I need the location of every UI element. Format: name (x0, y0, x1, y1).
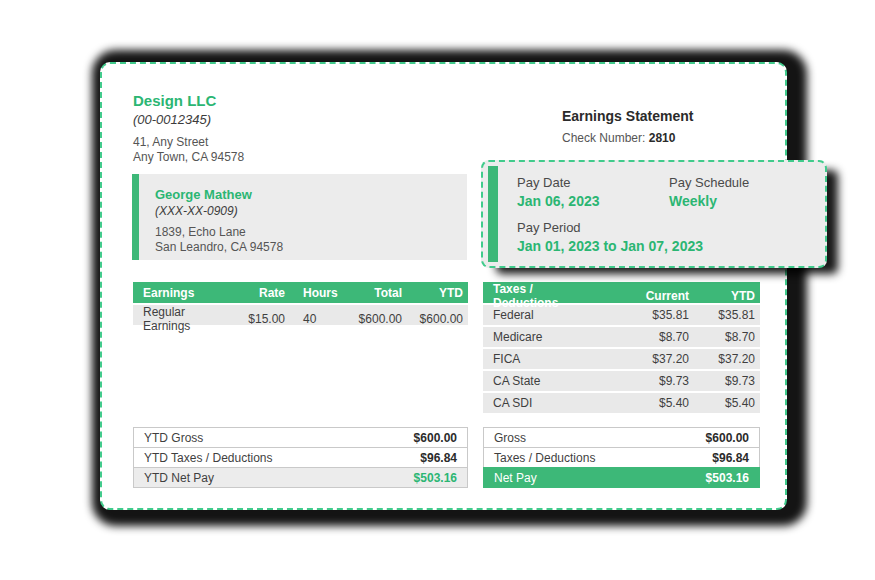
deduction-ytd: $8.70 (694, 330, 760, 344)
summary-label: Gross (494, 431, 526, 445)
ytd-net-pay-row: YTD Net Pay $503.16 (133, 467, 468, 488)
summary-value: $600.00 (706, 431, 749, 445)
deduction-current: $9.73 (594, 374, 694, 388)
earnings-table: Earnings Rate Hours Total YTD Regular Ea… (133, 282, 468, 325)
table-row: Regular Earnings $15.00 40 $600.00 $600.… (133, 305, 468, 325)
deduction-current: $8.70 (594, 330, 694, 344)
deduction-name: CA SDI (483, 396, 594, 410)
summary-value: $503.16 (706, 471, 749, 485)
deduction-ytd: $5.40 (694, 396, 760, 410)
deductions-table-header: Taxes / Deductions Current YTD (483, 282, 760, 303)
deduction-current: $35.81 (594, 308, 694, 322)
pay-period-label: Pay Period (517, 220, 703, 235)
statement-block: Earnings Statement Check Number: 2810 (562, 108, 693, 145)
earnings-header-total: Total (345, 286, 407, 300)
summary-label: YTD Taxes / Deductions (144, 451, 273, 465)
earnings-row-hours: 40 (290, 312, 345, 326)
current-summary-table: Gross $600.00 Taxes / Deductions $96.84 … (483, 427, 760, 488)
summary-label: Net Pay (494, 471, 537, 485)
deductions-header-current: Current (594, 289, 694, 303)
net-pay-row: Net Pay $503.16 (483, 467, 760, 488)
deduction-ytd: $37.20 (694, 352, 760, 366)
earnings-row-total: $600.00 (345, 312, 407, 326)
table-row: Taxes / Deductions $96.84 (483, 447, 760, 468)
pay-info-box: Pay Date Jan 06, 2023 Pay Schedule Weekl… (481, 160, 827, 268)
pay-period-value: Jan 01, 2023 to Jan 07, 2023 (517, 238, 703, 254)
deduction-name: Federal (483, 308, 594, 322)
green-accent-bar (132, 174, 139, 260)
earnings-header-name: Earnings (133, 286, 205, 300)
table-row: CA SDI $5.40 $5.40 (483, 393, 760, 413)
check-number-label: Check Number: (562, 131, 645, 145)
earnings-row-ytd: $600.00 (407, 312, 468, 326)
deductions-header-ytd: YTD (694, 289, 760, 303)
summary-value: $600.00 (414, 431, 457, 445)
table-row: Gross $600.00 (483, 427, 760, 448)
pay-schedule-item: Pay Schedule Weekly (669, 175, 749, 209)
table-row: FICA $37.20 $37.20 (483, 349, 760, 369)
deduction-current: $5.40 (594, 396, 694, 410)
earnings-header-rate: Rate (205, 286, 290, 300)
table-row: CA State $9.73 $9.73 (483, 371, 760, 391)
earnings-row-name: Regular Earnings (133, 305, 205, 333)
earnings-row-rate: $15.00 (205, 312, 290, 326)
pay-schedule-label: Pay Schedule (669, 175, 749, 190)
pay-period-item: Pay Period Jan 01, 2023 to Jan 07, 2023 (517, 220, 703, 254)
employee-address-line1: 1839, Echo Lane (155, 225, 467, 240)
earnings-table-header: Earnings Rate Hours Total YTD (133, 282, 468, 303)
deduction-current: $37.20 (594, 352, 694, 366)
earnings-header-hours: Hours (290, 286, 345, 300)
employee-name: George Mathew (155, 187, 467, 202)
employee-details: George Mathew (XXX-XX-0909) 1839, Echo L… (132, 174, 467, 255)
employee-info-box: George Mathew (XXX-XX-0909) 1839, Echo L… (132, 174, 467, 260)
table-row: YTD Taxes / Deductions $96.84 (133, 447, 468, 468)
deduction-name: CA State (483, 374, 594, 388)
pay-date-value: Jan 06, 2023 (517, 193, 600, 209)
company-ein: (00-0012345) (133, 112, 244, 127)
deduction-ytd: $9.73 (694, 374, 760, 388)
earnings-header-ytd: YTD (407, 286, 468, 300)
employee-address-line2: San Leandro, CA 94578 (155, 240, 467, 255)
company-address-line2: Any Town, CA 94578 (133, 150, 244, 165)
check-number-line: Check Number: 2810 (562, 131, 693, 145)
table-row: YTD Gross $600.00 (133, 427, 468, 448)
statement-title: Earnings Statement (562, 108, 693, 124)
pay-date-label: Pay Date (517, 175, 600, 190)
employee-ssn: (XXX-XX-0909) (155, 204, 467, 218)
deduction-ytd: $35.81 (694, 308, 760, 322)
paystub-preview-page: Design LLC (00-0012345) 41, Any Street A… (0, 0, 875, 580)
pay-schedule-value: Weekly (669, 193, 749, 209)
summary-label: YTD Net Pay (144, 471, 214, 485)
table-row: Medicare $8.70 $8.70 (483, 327, 760, 347)
company-name: Design LLC (133, 92, 244, 109)
summary-value: $96.84 (420, 451, 457, 465)
pay-date-item: Pay Date Jan 06, 2023 (517, 175, 600, 209)
summary-label: YTD Gross (144, 431, 203, 445)
deductions-header-name: Taxes / Deductions (483, 282, 594, 310)
green-accent-bar (488, 166, 498, 262)
table-row: Federal $35.81 $35.81 (483, 305, 760, 325)
summary-value: $96.84 (712, 451, 749, 465)
summary-value: $503.16 (414, 471, 457, 485)
summary-label: Taxes / Deductions (494, 451, 595, 465)
paystub-card: Design LLC (00-0012345) 41, Any Street A… (100, 62, 787, 510)
deduction-name: FICA (483, 352, 594, 366)
ytd-summary-table: YTD Gross $600.00 YTD Taxes / Deductions… (133, 427, 468, 488)
company-address-line1: 41, Any Street (133, 135, 244, 150)
deduction-name: Medicare (483, 330, 594, 344)
deductions-table: Taxes / Deductions Current YTD Federal $… (483, 282, 760, 413)
company-block: Design LLC (00-0012345) 41, Any Street A… (133, 92, 244, 165)
check-number-value: 2810 (649, 131, 676, 145)
